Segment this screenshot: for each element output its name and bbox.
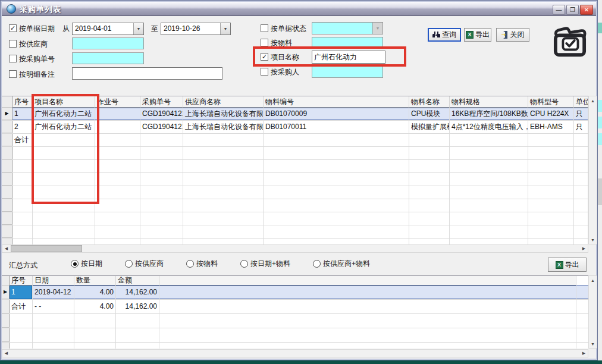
summary-mode-option-2[interactable]: 按供应商 [125, 259, 164, 269]
table-row[interactable]: 2广州石化动力二站CGD1904121上海长瑞自动化设备有限公司DB010700… [2, 121, 588, 134]
cell[interactable] [159, 285, 576, 299]
radio-icon[interactable] [313, 260, 321, 268]
cell[interactable] [140, 134, 183, 146]
cell[interactable]: EBH-AMS [528, 121, 574, 133]
cell[interactable]: 上海长瑞自动化设备有限公司 [183, 108, 264, 120]
radio-icon[interactable] [125, 260, 133, 268]
summary-mode-option-5[interactable]: 按供应商+物料 [313, 259, 370, 269]
by-material-checkbox[interactable] [261, 39, 268, 46]
by-supplier-checkbox[interactable] [9, 40, 17, 48]
column-header[interactable]: 数量 [74, 276, 116, 285]
cell[interactable] [95, 108, 140, 120]
cell[interactable]: 合计 [10, 300, 33, 313]
by-date-checkbox[interactable]: ✓ [9, 24, 17, 32]
scroll-up-icon[interactable]: ▲ [589, 276, 597, 284]
titlebar[interactable]: 采购单列表 — ❐ ✕ [2, 2, 596, 16]
column-header[interactable]: 项目名称 [33, 96, 95, 108]
status-combo[interactable]: ▼ [312, 22, 383, 34]
summary-table-hscrollbar[interactable]: ◀ ▶ [2, 349, 588, 357]
cell[interactable]: CGD1904121 [140, 121, 183, 133]
cell[interactable]: 4点*12位精度电压输入， [450, 121, 528, 133]
cell[interactable]: 16KB程序空间/108KB数据 [450, 108, 528, 120]
summary-table-vscrollbar[interactable]: ▲ ▼ [588, 275, 597, 349]
cell[interactable]: CPU模块 [409, 108, 450, 120]
close-button[interactable]: ✕ [580, 5, 593, 15]
cell[interactable]: DB01070009 [264, 108, 409, 120]
cell[interactable] [95, 121, 140, 133]
table-row[interactable]: 合计 [2, 134, 588, 147]
cell[interactable]: 2019-04-12 [33, 285, 74, 299]
cell[interactable]: 1 [10, 285, 33, 299]
scroll-left-icon[interactable]: ◀ [2, 350, 10, 357]
main-table-hscrollbar[interactable]: ◀ ▶ [2, 244, 588, 253]
row-marker[interactable]: ▶ [2, 108, 12, 120]
scrollbar-thumb[interactable] [11, 245, 82, 252]
by-status-checkbox[interactable] [261, 24, 268, 32]
column-header[interactable]: 采购单号 [140, 96, 183, 108]
po-number-input[interactable] [72, 52, 144, 64]
summary-mode-option-4[interactable]: 按日期+物料 [240, 259, 290, 269]
cell[interactable]: CPU H224X [528, 108, 574, 120]
summary-table[interactable]: 序号日期数量金额▶12019-04-124.0014,162.00合计- -4.… [2, 275, 588, 349]
supplier-input[interactable] [72, 37, 144, 49]
cell[interactable] [409, 134, 450, 146]
cell[interactable]: 模拟量扩展模块 [409, 121, 450, 133]
column-header[interactable]: 物料型号 [528, 96, 574, 108]
column-header[interactable]: 供应商名称 [183, 96, 264, 108]
column-header[interactable]: 金额 [116, 276, 159, 285]
by-po-checkbox[interactable] [9, 55, 17, 62]
query-button[interactable]: 查询 [428, 28, 461, 42]
radio-icon[interactable] [240, 260, 248, 268]
cell[interactable]: 2 [12, 121, 33, 133]
maximize-button[interactable]: ❐ [566, 5, 579, 15]
export-button-bottom[interactable]: X 导出 [548, 258, 587, 272]
main-table-vscrollbar[interactable]: ▲ ▼ [588, 96, 597, 244]
column-header[interactable]: 序号 [12, 96, 33, 108]
close-window-button[interactable]: 关闭 [496, 28, 529, 42]
chevron-down-icon[interactable]: ▼ [220, 23, 230, 34]
date-from-combo[interactable]: 2019-04-01 ▼ [72, 23, 144, 35]
by-remark-checkbox[interactable] [9, 70, 17, 78]
date-to-combo[interactable]: 2019-10-26 ▼ [161, 23, 231, 35]
purchase-order-table[interactable]: 序号项目名称作业号采购单号供应商名称物料编号物料名称物料规格物料型号单位▶1广州… [2, 96, 588, 244]
project-name-checkbox[interactable]: ✓ [261, 53, 268, 61]
material-input[interactable] [312, 37, 383, 48]
scroll-down-icon[interactable]: ▼ [589, 340, 597, 348]
column-header[interactable]: 物料编号 [264, 96, 409, 108]
cell[interactable]: 4.00 [74, 300, 116, 313]
cell[interactable]: DB01070011 [264, 121, 409, 133]
cell[interactable]: 广州石化动力二站 [33, 121, 95, 133]
column-header[interactable]: 序号 [10, 276, 33, 285]
cell[interactable] [528, 134, 574, 146]
export-button-top[interactable]: X 导出 [464, 28, 491, 42]
table-row[interactable]: ▶12019-04-124.0014,162.00 [2, 285, 588, 300]
cell[interactable]: 上海长瑞自动化设备有限公司 [183, 121, 264, 133]
scroll-right-icon[interactable]: ▶ [580, 245, 588, 252]
column-header[interactable] [159, 276, 576, 285]
project-name-input[interactable] [312, 51, 385, 64]
cell[interactable]: - - [33, 300, 74, 313]
row-marker[interactable] [2, 134, 12, 146]
summary-mode-option-3[interactable]: 按物料 [186, 259, 218, 269]
cell[interactable]: 4.00 [74, 285, 116, 299]
column-header[interactable]: 日期 [33, 276, 74, 285]
minimize-button[interactable]: — [553, 5, 565, 15]
column-header[interactable]: 物料名称 [409, 96, 450, 108]
cell[interactable]: 1 [12, 108, 33, 120]
cell[interactable]: CGD1904121 [140, 108, 183, 120]
cell[interactable] [159, 300, 576, 313]
scroll-down-icon[interactable]: ▼ [589, 236, 597, 244]
row-marker[interactable] [2, 300, 10, 313]
cell[interactable] [95, 134, 140, 146]
table-row[interactable]: 合计- -4.0014,162.00 [2, 300, 588, 314]
chevron-down-icon[interactable]: ▼ [133, 23, 143, 34]
cell[interactable] [183, 134, 264, 146]
cell[interactable] [33, 134, 95, 146]
row-marker[interactable]: ▶ [2, 285, 10, 299]
column-header[interactable]: 单位 [574, 96, 588, 108]
table-row[interactable]: ▶1广州石化动力二站CGD1904121上海长瑞自动化设备有限公司DB01070… [2, 108, 588, 121]
summary-mode-option-1[interactable]: 按日期 [71, 259, 102, 269]
by-purchaser-checkbox[interactable] [261, 68, 268, 76]
cell[interactable]: 广州石化动力二站 [33, 108, 95, 120]
chevron-down-icon[interactable]: ▼ [372, 23, 382, 34]
